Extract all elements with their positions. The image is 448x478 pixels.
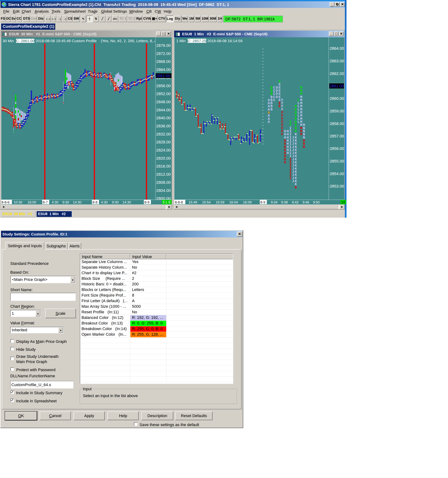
svg-text:M: M	[300, 132, 302, 136]
svg-text:2864.00: 2864.00	[156, 67, 171, 72]
svg-text:2852.00: 2852.00	[156, 92, 171, 96]
svg-text:9:38: 9:38	[281, 200, 288, 204]
svg-text:2856.00: 2856.00	[330, 146, 344, 151]
svg-text:K: K	[295, 185, 297, 189]
svg-text:2820.00: 2820.00	[156, 156, 171, 161]
svg-text:2856.00: 2856.00	[156, 84, 171, 88]
svg-text:2832.00: 2832.00	[156, 132, 171, 136]
svg-text:2844.00: 2844.00	[156, 108, 171, 112]
svg-text:2872.00: 2872.00	[156, 51, 171, 56]
svg-text:15:54: 15:54	[202, 200, 211, 204]
svg-text:N: N	[303, 145, 305, 149]
svg-text:15:49: 15:49	[189, 200, 197, 204]
svg-text:14: 14	[341, 200, 345, 204]
svg-text:2858.00: 2858.00	[330, 121, 344, 126]
svg-text:D: D	[276, 95, 278, 99]
svg-text:G: G	[284, 160, 286, 164]
svg-text:15:59: 15:59	[216, 200, 224, 204]
svg-text:9:50: 9:50	[313, 200, 320, 204]
svg-text:9:30: 9:30	[62, 200, 69, 204]
svg-text:4:30: 4:30	[52, 200, 58, 204]
svg-text:2861.00: 2861.00	[330, 84, 344, 88]
svg-text:2816.00: 2816.00	[156, 164, 171, 169]
svg-text:2876.00: 2876.00	[156, 43, 171, 48]
svg-text:16:04: 16:04	[229, 200, 238, 204]
svg-text:9:46: 9:46	[302, 200, 309, 204]
svg-text:2804.00: 2804.00	[156, 188, 171, 193]
svg-text:2824.00: 2824.00	[156, 148, 171, 152]
svg-text:8-8-6: 8-8-6	[1, 200, 9, 204]
svg-text:I: I	[289, 176, 292, 180]
svg-text:2828.00: 2828.00	[156, 140, 171, 144]
svg-text:C: C	[273, 98, 275, 102]
svg-text:8-9: 8-9	[144, 200, 149, 204]
svg-text:F: F	[281, 132, 283, 136]
svg-text:8-7: 8-7	[43, 200, 48, 204]
svg-text:16:00: 16:00	[28, 200, 36, 204]
svg-text:2855.00: 2855.00	[330, 159, 344, 164]
svg-text:2857.00: 2857.00	[330, 134, 344, 138]
svg-text:14:30: 14:30	[73, 200, 82, 204]
svg-text:E: E	[279, 104, 281, 108]
svg-text:2848.00: 2848.00	[156, 100, 171, 104]
svg-text:2808.00: 2808.00	[156, 180, 171, 185]
svg-text:2836.00: 2836.00	[156, 124, 171, 128]
svg-text:H: H	[287, 151, 289, 155]
svg-text:2862.00: 2862.00	[330, 71, 344, 76]
svg-text:2861.00: 2861.00	[156, 74, 170, 78]
svg-text:B: B	[270, 107, 273, 112]
svg-text:16:09: 16:09	[243, 200, 252, 204]
svg-text:2868.00: 2868.00	[156, 59, 171, 64]
svg-text:2860.00: 2860.00	[330, 96, 344, 101]
svg-text:2863.00: 2863.00	[330, 59, 344, 63]
svg-text:14:30: 14:30	[122, 200, 131, 204]
svg-text:8-8: 8-8	[92, 200, 97, 204]
svg-text:10:30: 10:30	[14, 200, 22, 204]
svg-text:A: A	[268, 120, 270, 124]
svg-text:8-9: 8-9	[260, 200, 265, 204]
svg-text:4:30: 4:30	[101, 200, 108, 204]
svg-text:2853.00: 2853.00	[330, 184, 344, 189]
svg-text:2840.00: 2840.00	[156, 116, 171, 120]
svg-text:2854.00: 2854.00	[330, 171, 344, 176]
svg-text:8-8-8: 8-8-8	[175, 200, 183, 204]
svg-text:2864.00: 2864.00	[330, 46, 344, 51]
svg-text:9:30: 9:30	[112, 200, 119, 204]
svg-text:L: L	[297, 120, 300, 124]
svg-text:9:42: 9:42	[292, 200, 299, 204]
svg-text:2859.00: 2859.00	[330, 109, 344, 113]
svg-text:5 L E: 5 L E	[163, 200, 171, 204]
svg-text:J: J	[292, 179, 294, 183]
svg-text:2812.00: 2812.00	[156, 172, 171, 176]
svg-text:9:34: 9:34	[271, 200, 277, 204]
